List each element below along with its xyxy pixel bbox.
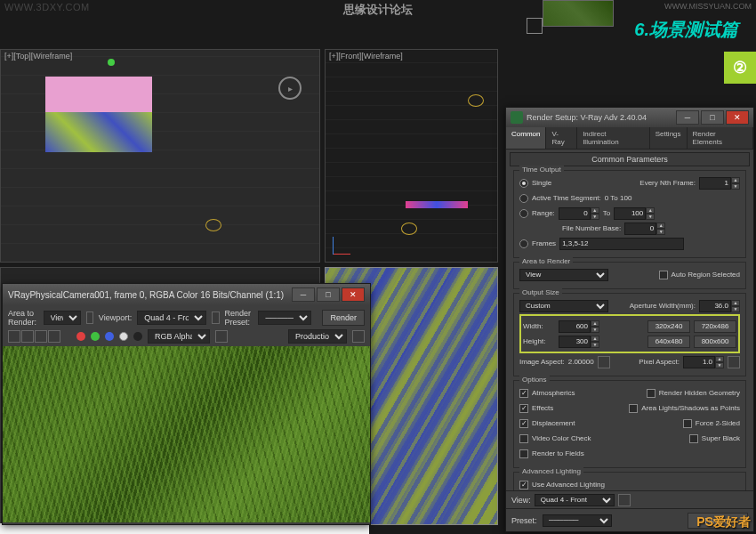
maximize-button[interactable]: □ xyxy=(317,287,340,302)
radio-range[interactable] xyxy=(519,209,528,218)
lock-view-icon[interactable] xyxy=(618,494,631,506)
close-button[interactable]: ✕ xyxy=(342,287,365,302)
scene-object-track[interactable] xyxy=(406,201,468,208)
group-output-size: Output Size Custom Aperture Width(mm): ▲… xyxy=(513,293,746,376)
camera-gizmo[interactable] xyxy=(468,94,484,107)
chk-render-hidden[interactable] xyxy=(647,389,655,398)
tab-settings[interactable]: Settings xyxy=(650,127,688,149)
logo-text: PS爱好者 xyxy=(696,514,751,530)
clone-icon[interactable] xyxy=(21,330,34,343)
chk-displacement[interactable] xyxy=(519,419,528,428)
chk-render-fields[interactable] xyxy=(519,449,528,458)
area-select[interactable]: View xyxy=(519,269,608,281)
view-select[interactable]: Quad 4 - Front xyxy=(535,494,615,506)
group-title: Output Size xyxy=(519,288,562,296)
rollout-common-params[interactable]: Common Parameters xyxy=(510,152,750,166)
camera-gizmo[interactable] xyxy=(205,219,221,231)
chk-effects[interactable] xyxy=(519,404,528,413)
viewport-front[interactable]: [+][Front][Wireframe] xyxy=(325,49,498,263)
clear-icon[interactable] xyxy=(48,330,60,343)
radio-frames[interactable] xyxy=(519,239,528,248)
viewport-label-top[interactable]: [+][Top][Wireframe] xyxy=(4,52,72,61)
chk-video-color[interactable] xyxy=(519,434,528,443)
render-button[interactable]: Render xyxy=(322,310,365,326)
save-icon[interactable] xyxy=(8,330,20,343)
chk-atmospherics[interactable] xyxy=(519,389,528,398)
light-gizmo[interactable] xyxy=(108,59,115,66)
channel-b-icon[interactable] xyxy=(105,332,114,341)
render-output-image[interactable] xyxy=(3,346,370,522)
width-spinner[interactable]: ▲▼ xyxy=(559,320,599,333)
preset-label: Preset: xyxy=(511,516,537,525)
toolbar-icon[interactable] xyxy=(527,18,543,34)
chk-area-lights[interactable] xyxy=(629,404,638,413)
minimize-button[interactable]: ─ xyxy=(292,287,315,302)
preset-800x600[interactable]: 800x600 xyxy=(694,336,736,348)
step-badge: ② xyxy=(724,52,756,84)
every-nth-spinner[interactable]: ▲▼ xyxy=(699,177,740,190)
radio-single[interactable] xyxy=(519,179,528,188)
render-setup-title: Render Setup: V-Ray Adv 2.40.04 xyxy=(527,113,647,122)
lock-aspect-icon[interactable] xyxy=(598,356,610,368)
area-to-render-select[interactable]: View xyxy=(44,311,81,325)
preset-320x240[interactable]: 320x240 xyxy=(647,320,690,333)
fx-icon[interactable] xyxy=(215,330,228,343)
pixel-aspect-spinner[interactable]: ▲▼ xyxy=(683,356,724,368)
atmospherics-label: Atmospherics xyxy=(532,389,575,397)
preset-640x480[interactable]: 640x480 xyxy=(647,336,690,348)
render-frame-toolbar: Area to Render: View Viewport: Quad 4 - … xyxy=(3,305,370,346)
highlight-size: Width: ▲▼ 320x240 720x486 Height: ▲▼ 640… xyxy=(519,314,740,353)
preset-720x486[interactable]: 720x486 xyxy=(694,320,736,333)
height-spinner[interactable]: ▲▼ xyxy=(559,336,599,348)
viewport-select[interactable]: Quad 4 - Front xyxy=(137,311,206,325)
channel-a-icon[interactable] xyxy=(119,332,128,341)
channel-mono-icon[interactable] xyxy=(133,332,142,341)
safeframe-icon[interactable]: ▸ xyxy=(278,77,302,100)
tab-indirect[interactable]: Indirect Illumination xyxy=(577,127,650,149)
active-seg-label: Active Time Segment: xyxy=(532,194,601,202)
channel-r-icon[interactable] xyxy=(76,332,85,341)
channel-g-icon[interactable] xyxy=(91,332,100,341)
viewport-top[interactable]: [+][Top][Wireframe] ▸ xyxy=(0,49,320,263)
render-setup-body[interactable]: Common Parameters Time Output Single Eve… xyxy=(506,150,753,534)
lock-icon[interactable] xyxy=(212,312,219,324)
viewport-label-front[interactable]: [+][Front][Wireframe] xyxy=(329,52,403,61)
range-to-spinner[interactable]: ▲▼ xyxy=(614,207,655,220)
every-nth-label: Every Nth Frame: xyxy=(639,179,696,187)
super-black-label: Super Black xyxy=(702,434,740,442)
scene-object-grass[interactable] xyxy=(45,112,152,152)
radio-active-segment[interactable] xyxy=(519,194,528,203)
camera-gizmo[interactable] xyxy=(401,222,417,235)
scene-object-pink[interactable] xyxy=(45,77,152,112)
render-fields-label: Render to Fields xyxy=(532,449,584,457)
auto-region-label: Auto Region Selected xyxy=(672,271,740,279)
lock-pixel-icon[interactable] xyxy=(728,356,740,368)
region-icon[interactable] xyxy=(86,312,93,324)
maximize-button[interactable]: □ xyxy=(701,110,724,125)
use-adv-lighting-label: Use Advanced Lighting xyxy=(532,481,605,489)
axis-gizmo xyxy=(333,228,359,255)
preset-select[interactable]: ────── xyxy=(543,514,612,527)
tab-vray[interactable]: V-Ray xyxy=(546,127,577,149)
output-size-select[interactable]: Custom xyxy=(519,300,608,312)
range-from-spinner[interactable]: ▲▼ xyxy=(559,207,599,220)
chk-auto-region[interactable] xyxy=(659,271,668,279)
file-num-spinner[interactable]: ▲▼ xyxy=(624,222,665,235)
tab-render-elements[interactable]: Render Elements xyxy=(688,127,753,149)
chk-use-adv-lighting[interactable] xyxy=(519,481,528,490)
frames-input[interactable] xyxy=(559,238,684,250)
render-setup-titlebar[interactable]: Render Setup: V-Ray Adv 2.40.04 ─ □ ✕ xyxy=(506,108,753,127)
production-select[interactable]: Production xyxy=(288,329,347,344)
background-thumb xyxy=(543,0,614,27)
render-frame-titlebar[interactable]: VRayPhysicalCamera001, frame 0, RGBA Col… xyxy=(3,284,370,305)
chk-super-black[interactable] xyxy=(689,434,698,443)
render-preset-select[interactable]: ────── xyxy=(258,311,311,325)
close-button[interactable]: ✕ xyxy=(726,110,749,125)
aperture-spinner[interactable]: ▲▼ xyxy=(699,300,740,312)
tab-common[interactable]: Common xyxy=(506,127,546,149)
minimize-button[interactable]: ─ xyxy=(676,110,699,125)
chk-force-2sided[interactable] xyxy=(683,419,692,428)
channel-select[interactable]: RGB Alpha xyxy=(148,329,210,344)
settings-icon[interactable] xyxy=(352,330,365,343)
print-icon[interactable] xyxy=(35,330,47,343)
